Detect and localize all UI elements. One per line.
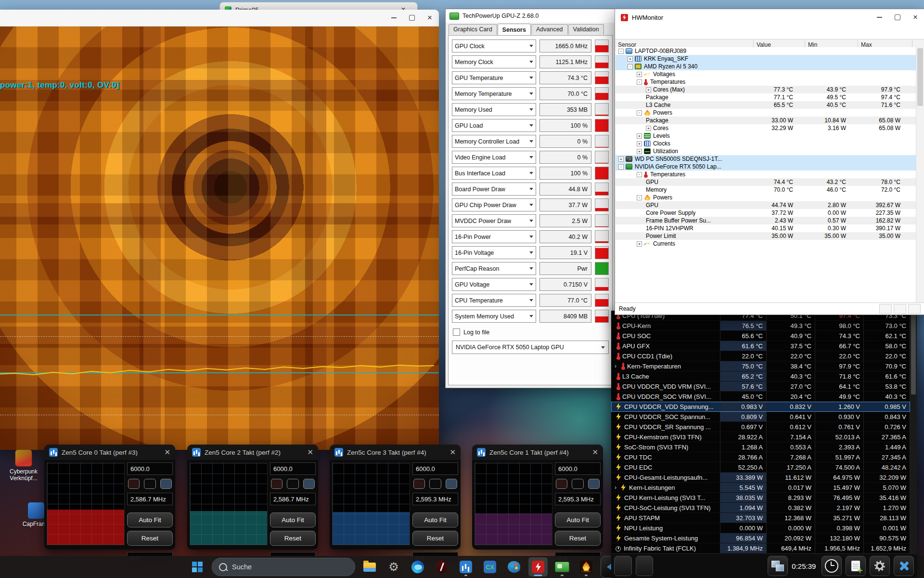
color-swatch[interactable] [556, 479, 567, 489]
table-row[interactable]: - Temperatures [616, 78, 916, 86]
sensor-row[interactable]: › CPU-Kernstrom (SVI3 TFN) 28.922 A 7.15… [611, 432, 910, 442]
graph-max-field[interactable]: 6000.0 [270, 462, 316, 475]
table-row[interactable]: + Cores 32.29 W 3.16 W 65.08 W [616, 124, 916, 132]
sensor-row[interactable]: › CPU SOC 65.6 °C 40.9 °C 74.3 °C 62.1 °… [611, 331, 910, 341]
sensor-select[interactable]: MVDDC Power Draw [452, 214, 536, 227]
close-icon[interactable]: ✕ [449, 448, 456, 457]
sensor-select[interactable]: Memory Controller Load [452, 135, 536, 148]
expand-toggle[interactable]: - [637, 195, 642, 200]
sensor-select[interactable]: Memory Temperature [452, 87, 536, 100]
sensor-row[interactable]: › CPU VDDCR_SOC VRM (SVI... 45.0 °C 20.4… [611, 392, 910, 402]
auto-fit-button[interactable]: Auto Fit [270, 512, 316, 527]
maximize-icon[interactable] [895, 14, 900, 20]
sensor-row[interactable]: › L3 Cache 65.2 °C 40.3 °C 71.8 °C 61.6 … [611, 371, 910, 381]
sensor-row[interactable]: › CPU VDDCR_VDD VRM (SVI... 57.6 °C 27.0… [611, 381, 910, 392]
auto-fit-button[interactable]: Auto Fit [412, 512, 458, 527]
color-swatch[interactable] [144, 479, 155, 489]
taskbar-capframex[interactable]: CX [480, 557, 500, 577]
sensor-row[interactable]: › CPU CCD1 (Tdie) 22.0 °C 22.0 °C 22.0 °… [611, 351, 910, 361]
minimize-icon[interactable] [391, 17, 397, 18]
taskbar-zen-monitor[interactable] [456, 557, 475, 577]
sensor-row[interactable]: › CPU VDDCR_SR Spannung ... 0.697 V 0.61… [611, 422, 910, 432]
taskbar-gpuz[interactable] [552, 557, 572, 577]
sensor-select[interactable]: 16-Pin Voltage [452, 246, 536, 259]
gpuz-titlebar[interactable]: TechPowerUp GPU-Z 2.68.0 [446, 9, 615, 23]
close-icon[interactable]: ✕ [164, 448, 170, 457]
table-row[interactable]: - Powers [616, 194, 916, 201]
table-row[interactable]: Core Power Supply 37.72 W 0.00 W 227.35 … [616, 209, 916, 217]
expand-chevron-icon[interactable]: › [615, 363, 616, 369]
sensor-row[interactable]: › CPU EDC 52.250 A 17.250 A 74.500 A 48.… [611, 462, 910, 473]
sensor-select[interactable]: 16-Pin Power [452, 230, 536, 243]
table-row[interactable]: Package 77.1 °C 49.5 °C 97.4 °C [616, 93, 916, 101]
color-swatch[interactable] [287, 479, 298, 489]
tab[interactable]: Graphics Card [449, 24, 497, 35]
expand-toggle[interactable]: - [637, 110, 642, 116]
expand-toggle[interactable]: + [637, 141, 642, 146]
sensor-select[interactable]: Board Power Draw [452, 183, 536, 196]
sensor-select[interactable]: GPU Clock [452, 39, 536, 53]
color-swatch[interactable] [160, 479, 172, 489]
auto-fit-button[interactable]: Auto Fit [555, 512, 601, 527]
zen-titlebar[interactable]: Zen5c Core 1 Takt (perf #4) ✕ [472, 445, 603, 460]
tab[interactable]: Advanced [531, 24, 568, 35]
tab[interactable]: Validation [568, 24, 604, 35]
sensor-select[interactable]: Video Engine Load [452, 151, 536, 164]
close-sensors-button[interactable] [894, 556, 914, 576]
table-row[interactable]: + Utilization [616, 147, 916, 155]
table-row[interactable]: - NVIDIA GeForce RTX 5050 Lap... [616, 163, 916, 171]
sensor-select[interactable]: GPU Temperature [452, 71, 536, 84]
toolbar-button[interactable] [614, 556, 632, 576]
sensor-row[interactable]: › CPU VDDCR_VDD Spannung... 0.983 V 0.83… [611, 402, 910, 412]
sensor-row[interactable]: › CPU Kern-Leistung (SVI3 T... 38.035 W … [611, 493, 910, 503]
color-swatch[interactable] [271, 479, 282, 489]
table-row[interactable]: + Levels [616, 132, 916, 140]
desktop-shortcut-cyberpunk[interactable]: Cyberpunk Verknüpf... [3, 449, 44, 482]
color-swatch[interactable] [128, 479, 140, 489]
expand-toggle[interactable]: + [637, 133, 642, 139]
reset-button[interactable]: Reset [127, 531, 173, 546]
settings-button[interactable] [870, 556, 890, 576]
sensor-row[interactable]: › Kern-Temperaturen 75.0 °C 38.4 °C 97.9… [611, 361, 910, 371]
zen-titlebar[interactable]: Zen5 Core 2 Takt (perf #2) ✕ [187, 445, 318, 460]
taskbar-edge[interactable] [408, 557, 427, 577]
expand-toggle[interactable]: - [618, 49, 624, 54]
expand-toggle[interactable]: - [637, 172, 642, 177]
sensor-row[interactable]: › Gesamte System-Leistung 96.854 W 20.09… [611, 533, 910, 543]
gpu-device-select[interactable]: NVIDIA GeForce RTX 5050 Laptop GPU [452, 341, 609, 354]
sensor-row[interactable]: › CPU TDC 28.766 A 7.268 A 51.997 A 27.3… [611, 452, 910, 462]
taskbar-file-explorer[interactable] [360, 557, 379, 577]
color-swatch[interactable] [446, 479, 457, 489]
table-row[interactable]: Package 33.00 W 10.84 W 65.08 W [616, 117, 916, 124]
sensor-row[interactable]: › Infinity Fabric Takt (FCLK) 1.384,9 MH… [611, 543, 910, 553]
expand-chevron-icon[interactable]: › [615, 484, 616, 491]
auto-fit-button[interactable]: Auto Fit [127, 512, 173, 527]
tab[interactable]: Sensors [498, 24, 531, 35]
table-row[interactable]: + KRK Enyaq_SKF [616, 55, 916, 63]
sensor-select[interactable]: System Memory Used [452, 310, 536, 323]
reset-clock-button[interactable] [821, 556, 842, 576]
reset-button[interactable]: Reset [270, 531, 316, 546]
table-row[interactable]: + Clocks [616, 140, 916, 147]
sensor-row[interactable]: › APU STAPM 32.703 W 12.368 W 35.271 W 2… [611, 513, 910, 523]
expand-toggle[interactable]: + [637, 72, 642, 77]
table-row[interactable]: Memory 70.0 °C 46.0 °C 72.0 °C [616, 186, 916, 194]
reset-button[interactable]: Reset [555, 531, 601, 546]
table-row[interactable]: + Cores (Max) 77.3 °C 43.9 °C 97.9 °C [616, 86, 916, 93]
color-swatch[interactable] [572, 479, 583, 489]
table-row[interactable]: + Currents [616, 240, 916, 248]
menu-item[interactable] [647, 31, 654, 33]
graph-max-field[interactable]: 6000.0 [555, 462, 601, 475]
close-icon[interactable]: ✕ [592, 448, 598, 457]
sensor-row[interactable]: › NPU Leistung 0.000 W 0.000 W 0.398 W 0… [611, 523, 910, 533]
menu-item[interactable] [637, 31, 645, 33]
graph-max-field[interactable]: 6000.0 [412, 462, 458, 475]
table-row[interactable]: - LAPTOP-00BRJ089 [616, 47, 916, 55]
table-row[interactable]: - Temperatures [616, 171, 916, 178]
color-swatch[interactable] [429, 479, 441, 489]
close-icon[interactable]: ✕ [307, 448, 313, 457]
table-row[interactable]: - Powers [616, 109, 916, 117]
taskbar-afterburner[interactable] [432, 557, 451, 577]
search-box[interactable]: Suche [212, 558, 355, 576]
toolbar-button[interactable] [636, 556, 654, 576]
